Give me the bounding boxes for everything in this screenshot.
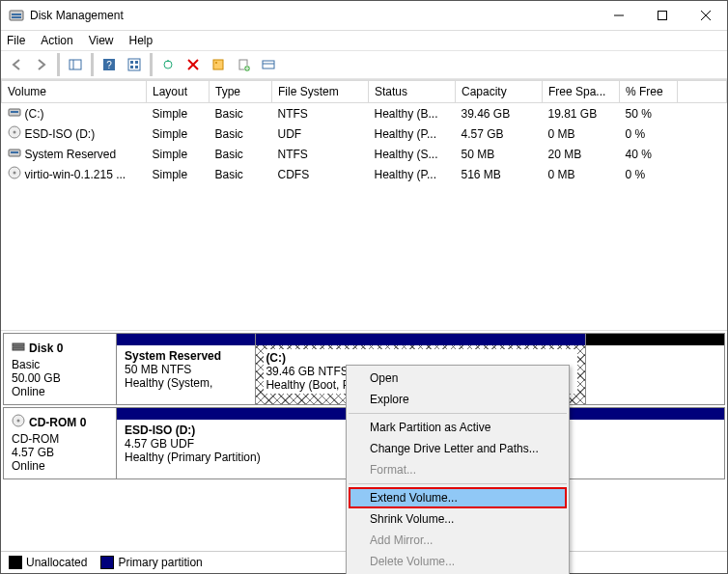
svg-rect-25 <box>263 61 274 68</box>
new-button[interactable] <box>232 53 255 76</box>
titlebar: Disk Management <box>1 1 727 31</box>
drive-icon <box>8 105 21 122</box>
maximize-button[interactable] <box>640 1 684 30</box>
svg-rect-14 <box>130 66 133 68</box>
cell-free: 0 MB <box>543 164 620 184</box>
ctx-shrink-volume[interactable]: Shrink Volume... <box>349 508 567 530</box>
disk-state: Online <box>12 459 108 473</box>
svg-point-16 <box>164 61 172 68</box>
settings-button[interactable] <box>123 53 146 76</box>
view-button[interactable] <box>257 53 280 76</box>
col-free[interactable]: Free Spa... <box>543 81 620 103</box>
properties-button[interactable] <box>207 53 230 76</box>
cell-layout: Simple <box>147 103 210 124</box>
volume-name: System Reserved <box>25 148 117 161</box>
col-fs[interactable]: File System <box>272 81 369 103</box>
volume-name: ESD-ISO (D:) <box>25 127 96 141</box>
menu-view[interactable]: View <box>89 34 114 47</box>
window-title: Disk Management <box>30 9 597 22</box>
cell-fs: CDFS <box>272 164 369 184</box>
hdd-icon <box>12 340 25 356</box>
partition-band <box>586 334 724 345</box>
cell-status: Healthy (B... <box>369 103 456 124</box>
separator <box>150 53 153 76</box>
separator <box>57 53 60 76</box>
context-menu: Open Explore Mark Partition as Active Ch… <box>346 365 570 574</box>
cd-icon <box>12 414 25 430</box>
toolbar: ? <box>1 50 727 79</box>
cell-pfree: 0 % <box>620 123 678 144</box>
svg-rect-28 <box>11 111 18 113</box>
ctx-explore[interactable]: Explore <box>349 389 567 410</box>
disk-info[interactable]: CD-ROM 0CD-ROM4.57 GBOnline <box>4 408 117 478</box>
refresh-button[interactable] <box>156 53 180 76</box>
disk-management-window: Disk Management File Action View Help ? … <box>0 0 728 574</box>
svg-rect-12 <box>130 61 133 64</box>
back-button[interactable] <box>5 53 28 76</box>
drive-icon <box>8 146 21 162</box>
unallocated-swatch <box>9 556 22 569</box>
col-layout[interactable]: Layout <box>147 81 210 103</box>
table-row[interactable]: ESD-ISO (D:)SimpleBasicUDFHealthy (P...4… <box>2 123 727 144</box>
cell-type: Basic <box>210 123 272 144</box>
col-pfree[interactable]: % Free <box>620 81 678 103</box>
cell-free: 19.81 GB <box>543 103 620 124</box>
disk-name: Disk 0 <box>29 342 63 355</box>
cell-type: Basic <box>210 144 272 164</box>
delete-button[interactable] <box>182 53 205 76</box>
partition-name: (C:) <box>266 351 574 365</box>
cell-type: Basic <box>210 103 272 124</box>
disk-info[interactable]: Disk 0Basic50.00 GBOnline <box>4 334 117 404</box>
cell-layout: Simple <box>147 123 210 144</box>
col-volume[interactable]: Volume <box>2 81 147 103</box>
ctx-extend-volume[interactable]: Extend Volume... <box>349 487 567 508</box>
disk-kind: Basic <box>12 358 108 371</box>
menu-file[interactable]: File <box>7 34 25 47</box>
svg-rect-11 <box>128 59 140 70</box>
col-spacer <box>678 81 727 103</box>
menu-help[interactable]: Help <box>129 34 154 47</box>
table-row[interactable]: virtio-win-0.1.215 ...SimpleBasicCDFSHea… <box>2 164 727 184</box>
volume-list[interactable]: Volume Layout Type File System Status Ca… <box>1 79 727 331</box>
help-button[interactable]: ? <box>98 53 121 76</box>
volume-name: (C:) <box>25 107 44 121</box>
table-row[interactable]: (C:)SimpleBasicNTFSHealthy (B...39.46 GB… <box>2 103 727 124</box>
cell-fs: UDF <box>272 123 369 144</box>
primary-swatch <box>100 556 114 569</box>
separator <box>91 53 94 76</box>
cd-icon <box>8 125 21 142</box>
col-type[interactable]: Type <box>210 81 272 103</box>
partition-size: 50 MB NTFS <box>125 363 247 376</box>
cell-fs: NTFS <box>272 103 369 124</box>
legend-primary: Primary partition <box>100 556 202 570</box>
separator <box>349 413 567 414</box>
svg-point-38 <box>17 420 20 423</box>
forward-button[interactable] <box>30 53 53 76</box>
ctx-change-letter[interactable]: Change Drive Letter and Paths... <box>349 438 567 459</box>
close-button[interactable] <box>684 1 727 30</box>
ctx-add-mirror: Add Mirror... <box>349 530 567 551</box>
unallocated-space[interactable] <box>586 334 724 404</box>
svg-rect-15 <box>135 66 138 68</box>
svg-rect-32 <box>11 151 18 153</box>
menu-action[interactable]: Action <box>41 34 72 47</box>
partition-status: Healthy (System, <box>125 376 247 390</box>
disk-name: CD-ROM 0 <box>29 416 86 429</box>
show-panel-button[interactable] <box>64 53 87 76</box>
cell-pfree: 50 % <box>620 103 678 124</box>
col-capacity[interactable]: Capacity <box>456 81 543 103</box>
ctx-open[interactable]: Open <box>349 368 567 389</box>
col-status[interactable]: Status <box>369 81 456 103</box>
svg-point-20 <box>215 62 217 64</box>
svg-rect-1 <box>12 14 21 15</box>
partition[interactable]: System Reserved50 MB NTFSHealthy (System… <box>117 334 256 404</box>
volume-name: virtio-win-0.1.215 ... <box>25 168 126 181</box>
disk-size: 4.57 GB <box>12 446 108 459</box>
svg-text:?: ? <box>106 60 112 70</box>
app-icon <box>9 8 24 23</box>
minimize-button[interactable] <box>597 1 640 30</box>
cell-free: 0 MB <box>543 123 620 144</box>
table-row[interactable]: System ReservedSimpleBasicNTFSHealthy (S… <box>2 144 727 164</box>
partition-band <box>256 334 584 345</box>
ctx-mark-active[interactable]: Mark Partition as Active <box>349 417 567 438</box>
